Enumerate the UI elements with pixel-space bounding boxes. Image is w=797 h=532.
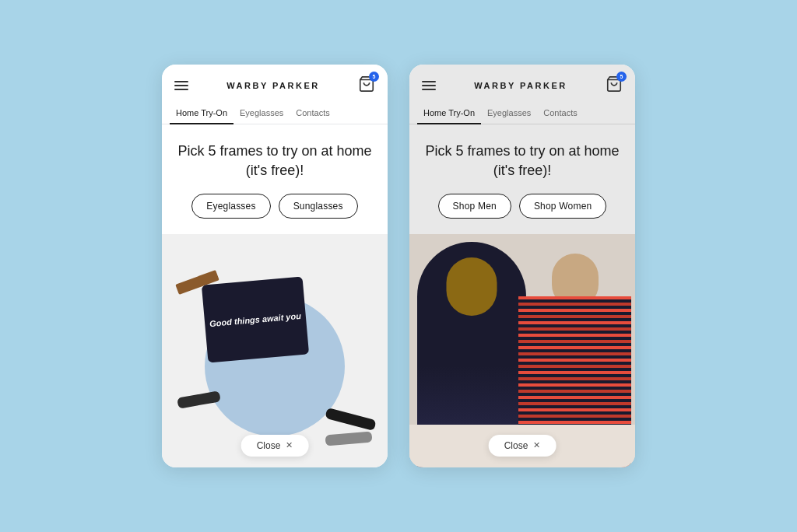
right-brand-name: WARBY PARKER [474, 81, 567, 90]
right-phone-card: WARBY PARKER 5 Home Try-On Eyeglasses Co… [409, 65, 635, 467]
main-container: WARBY PARKER 5 Home Try-On Eyeglasses Co… [162, 65, 635, 467]
cart-badge: 5 [369, 72, 379, 82]
right-nav: Home Try-On Eyeglasses Contacts [409, 102, 635, 124]
box-text: Good things await you [209, 310, 302, 330]
right-nav-item-eyeglasses[interactable]: Eyeglasses [481, 102, 537, 124]
left-close-label: Close [257, 440, 281, 451]
brand-name: WARBY PARKER [226, 81, 319, 90]
left-nav: Home Try-On Eyeglasses Contacts [162, 102, 388, 124]
left-close-button[interactable]: Close ✕ [241, 435, 309, 457]
glasses-item-2 [177, 390, 221, 408]
left-header: WARBY PARKER 5 [162, 65, 388, 102]
left-hero-title: Pick 5 frames to try on at home (it's fr… [177, 142, 372, 180]
right-header: WARBY PARKER 5 [409, 65, 635, 102]
right-close-button[interactable]: Close ✕ [489, 435, 556, 457]
right-hero: Pick 5 frames to try on at home (it's fr… [409, 124, 635, 234]
right-hero-title: Pick 5 frames to try on at home (it's fr… [425, 142, 620, 180]
right-hamburger-icon[interactable] [422, 81, 436, 90]
right-cart-wrapper[interactable]: 5 [606, 75, 623, 96]
nav-item-home-try-on[interactable]: Home Try-On [170, 102, 233, 124]
sunglasses-button[interactable]: Sunglasses [279, 194, 358, 219]
hamburger-icon[interactable] [174, 81, 188, 90]
right-close-label: Close [504, 440, 528, 451]
left-close-icon: ✕ [286, 440, 293, 450]
eyeglasses-button[interactable]: Eyeglasses [191, 194, 270, 219]
right-image-area: Close ✕ [409, 234, 635, 467]
right-close-icon: ✕ [533, 440, 540, 450]
shop-women-button[interactable]: Shop Women [519, 194, 607, 219]
people-scene [409, 234, 635, 467]
right-button-row: Shop Men Shop Women [425, 194, 620, 219]
nav-item-contacts[interactable]: Contacts [290, 102, 335, 124]
right-nav-item-home-try-on[interactable]: Home Try-On [417, 102, 481, 124]
right-cart-badge: 5 [616, 72, 627, 82]
nav-item-eyeglasses[interactable]: Eyeglasses [233, 102, 290, 124]
left-image-area: Good things await you Close ✕ [162, 234, 388, 467]
left-hero: Pick 5 frames to try on at home (it's fr… [162, 124, 388, 234]
shop-men-button[interactable]: Shop Men [438, 194, 511, 219]
glasses-item-3 [325, 408, 376, 431]
left-button-row: Eyeglasses Sunglasses [177, 194, 372, 219]
glasses-item-4 [325, 431, 373, 446]
product-box: Good things await you [202, 276, 309, 362]
product-scene: Good things await you [162, 234, 388, 467]
left-phone-card: WARBY PARKER 5 Home Try-On Eyeglasses Co… [162, 65, 388, 467]
right-nav-item-contacts[interactable]: Contacts [537, 102, 583, 124]
person-man-face [447, 257, 497, 316]
cart-wrapper[interactable]: 5 [358, 75, 375, 96]
